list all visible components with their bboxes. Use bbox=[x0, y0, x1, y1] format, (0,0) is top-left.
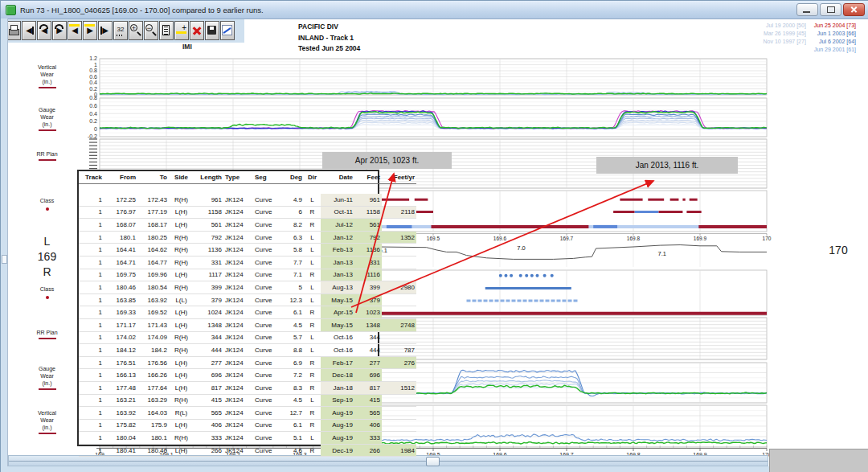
table-row[interactable]: 1171.17171.43L(H)1348JK124Curve4.5RMay-1… bbox=[79, 318, 416, 331]
cell bbox=[382, 331, 416, 344]
column-header-date[interactable]: Date bbox=[321, 171, 354, 184]
column-header-seg[interactable]: Seg bbox=[253, 171, 282, 184]
cell: 176.51 bbox=[104, 356, 137, 369]
callout-jan-2013: Jan 2013, 1116 ft. bbox=[596, 157, 738, 174]
add-marker-button[interactable]: + bbox=[174, 21, 189, 40]
red-underline-icon bbox=[39, 433, 56, 434]
cell: 180.41 bbox=[104, 444, 137, 457]
cell: 8.3 bbox=[282, 381, 304, 394]
column-header-type[interactable]: Type bbox=[223, 171, 253, 184]
cell: Curve bbox=[253, 394, 282, 407]
table-row[interactable]: 1164.71164.77R(H)331JK124Curve7.7LJan-13… bbox=[79, 256, 416, 269]
row-label-text: Wear bbox=[17, 417, 77, 424]
legend-run: Nov 10 1997 [27] bbox=[764, 38, 806, 46]
row-label-class-bottom: Class bbox=[17, 285, 77, 299]
table-row[interactable]: 1180.04180.1R(H)333JK124Curve5.1LAug-193… bbox=[79, 432, 416, 445]
callout-apr-2015: Apr 2015, 1023 ft. bbox=[322, 152, 452, 169]
cell: Jul-12 bbox=[321, 219, 354, 232]
cell: 180.1 bbox=[137, 432, 169, 445]
cell: 7.2 bbox=[282, 369, 304, 382]
cell: 276 bbox=[382, 356, 416, 369]
table-row[interactable]: 1175.82175.9L(H)406JK124Curve6.1RAug-194… bbox=[79, 419, 416, 432]
red-dot-icon bbox=[46, 207, 49, 211]
cell: 2980 bbox=[382, 281, 416, 294]
table-row[interactable]: 1176.97177.19L(H)1158JK124Curve6ROct-111… bbox=[79, 206, 416, 219]
table-row[interactable]: 1176.51176.56L(H)277JK124Curve6.9RFeb-17… bbox=[79, 356, 416, 369]
cell: Dec-19 bbox=[321, 444, 354, 457]
cell: 180.46 bbox=[104, 281, 137, 294]
cell: L(H) bbox=[169, 381, 194, 394]
table-row[interactable]: 1164.41164.62R(H)1136JK124Curve5.8LFeb-1… bbox=[79, 244, 416, 257]
save-button[interactable] bbox=[205, 21, 219, 40]
table-row[interactable]: 1169.33169.52L(H)1024JK124Curve6.1RApr-1… bbox=[79, 306, 416, 319]
next-exception-button[interactable]: ▶ bbox=[83, 21, 97, 40]
column-header-side[interactable]: Side bbox=[169, 171, 194, 184]
column-header-length[interactable]: Length bbox=[194, 171, 223, 184]
zoom-out-button[interactable]: − bbox=[144, 21, 158, 40]
table-row[interactable]: 1163.21163.29R(H)415JK124Curve4.5LSep-19… bbox=[79, 394, 416, 407]
cell: 1 bbox=[79, 356, 104, 369]
row-label-text: RR Plan bbox=[17, 150, 77, 158]
splitter-grip-icon[interactable] bbox=[2, 255, 7, 264]
cell: 4.5 bbox=[282, 318, 304, 331]
cell: 1 bbox=[79, 244, 104, 257]
cell: JK124 bbox=[223, 419, 253, 432]
table-row[interactable]: 1166.13166.26L(H)696JK124Curve7.2RDec-18… bbox=[79, 369, 416, 382]
table-row[interactable]: 1172.25172.43R(H)961JK124Curve4.9LJun-11… bbox=[79, 194, 416, 206]
cell bbox=[382, 419, 416, 432]
table-row[interactable]: 1174.02174.09R(H)344JK124Curve5.7LOct-16… bbox=[79, 331, 416, 344]
cell: 406 bbox=[194, 419, 223, 432]
cell: 163.29 bbox=[137, 394, 169, 407]
cell: 177.48 bbox=[104, 381, 137, 394]
cell: 164.03 bbox=[137, 407, 169, 420]
column-header-deg[interactable]: Deg bbox=[282, 171, 304, 184]
table-row[interactable]: 1163.85163.92L(L)379JK124Curve12.3LMay-1… bbox=[79, 293, 416, 306]
curve-data-table[interactable]: TrackFromToSideLengthTypeSegDegDirDateFe… bbox=[77, 170, 379, 446]
column-header-feet[interactable]: Feet bbox=[354, 171, 382, 184]
cell: 792 bbox=[194, 231, 223, 244]
close-button[interactable] bbox=[843, 3, 865, 16]
trend-button[interactable] bbox=[220, 21, 235, 40]
chart-row-labels: VerticalWear(in.)GaugeWear(in.)RR PlanCl… bbox=[17, 1, 77, 472]
cell: 344 bbox=[194, 331, 223, 344]
column-header-track[interactable]: Track bbox=[79, 171, 104, 184]
table-row[interactable]: 1180.41180.46L(H)266JK124Curve4.6RDec-19… bbox=[79, 444, 416, 457]
cell: 172.25 bbox=[104, 194, 137, 206]
row-label-text: Gauge bbox=[17, 365, 77, 372]
cell: 444 bbox=[354, 344, 382, 357]
cell: 817 bbox=[194, 381, 223, 394]
svg-text:169.7: 169.7 bbox=[560, 236, 574, 241]
table-row[interactable]: 1177.48177.64L(H)817JK124Curve8.3RJan-18… bbox=[79, 381, 416, 394]
scrollbar-thumb[interactable] bbox=[426, 457, 440, 466]
cell: 277 bbox=[354, 356, 382, 369]
zoom-in-button[interactable]: + bbox=[129, 21, 143, 40]
left-splitter[interactable] bbox=[1, 18, 8, 472]
delete-button[interactable] bbox=[190, 21, 204, 40]
column-header-to[interactable]: To bbox=[137, 171, 169, 184]
ruler-button[interactable] bbox=[159, 21, 174, 40]
column-header-feet-yr[interactable]: Feet/yr bbox=[382, 171, 416, 184]
column-header-dir[interactable]: Dir bbox=[304, 171, 321, 184]
table-row[interactable]: 1168.07168.17L(H)561JK124Curve8.2RJul-12… bbox=[79, 219, 416, 232]
step-last-button[interactable]: ▶ bbox=[98, 21, 113, 40]
cell: 12.3 bbox=[282, 293, 304, 306]
table-row[interactable]: 1163.92164.03R(L)565JK124Curve12.7RAug-1… bbox=[79, 407, 416, 420]
table-row[interactable]: 1180.1180.25R(H)792JK124Curve6.3LJan-127… bbox=[79, 231, 416, 244]
cell: JK124 bbox=[223, 344, 253, 357]
cell: Curve bbox=[253, 194, 282, 206]
cell: 171.17 bbox=[104, 318, 137, 331]
table-row[interactable]: 1180.46180.54R(H)399JK124Curve5LAug-1339… bbox=[79, 281, 416, 294]
table-row[interactable]: 1169.75169.96L(H)1117JK124Curve7.1RJan-1… bbox=[79, 269, 416, 281]
cell: JK124 bbox=[223, 256, 253, 269]
cell: 787 bbox=[382, 344, 416, 357]
column-header-from[interactable]: From bbox=[104, 171, 137, 184]
cell: 1 bbox=[79, 331, 104, 344]
cell: L bbox=[304, 394, 321, 407]
maximize-button[interactable] bbox=[820, 3, 841, 16]
scale-32-button[interactable]: 32 bbox=[113, 21, 128, 40]
minimize-button[interactable] bbox=[796, 3, 818, 16]
row-label-text: Wear bbox=[17, 71, 77, 78]
table-row[interactable]: 1184.12184.2R(H)444JK124Curve8.8LOct-164… bbox=[79, 344, 416, 357]
cell: R(H) bbox=[169, 344, 194, 357]
cell: 1 bbox=[79, 369, 104, 382]
